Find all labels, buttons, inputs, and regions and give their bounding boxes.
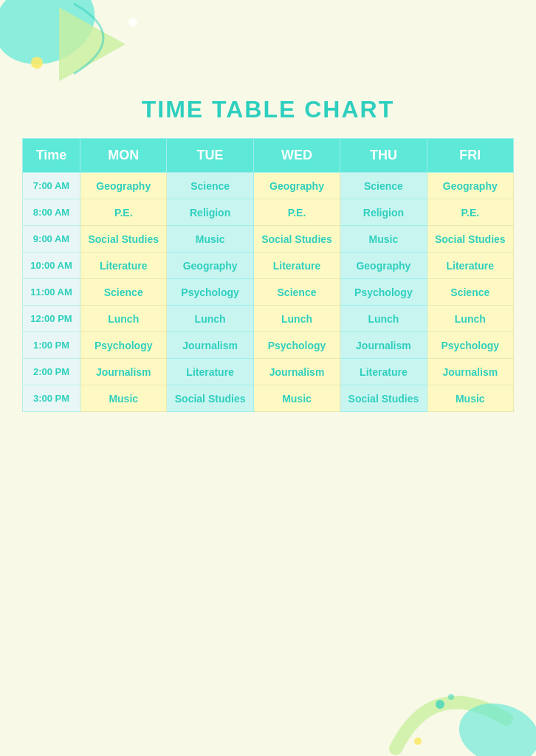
subject-cell: Religion (167, 199, 253, 226)
table-row: 8:00 AMP.E.ReligionP.E.ReligionP.E. (23, 199, 514, 226)
subject-cell: Psychology (167, 279, 253, 306)
table-row: 10:00 AMLiteratureGeographyLiteratureGeo… (23, 252, 514, 279)
subject-cell: Geography (253, 173, 340, 199)
subject-cell: Science (80, 279, 167, 306)
time-cell: 11:00 AM (23, 279, 80, 306)
header-row: Time MON TUE WED THU FRI (23, 139, 514, 173)
subject-cell: Geography (167, 252, 253, 279)
time-cell: 9:00 AM (23, 226, 80, 252)
subject-cell: Psychology (340, 279, 427, 306)
subject-cell: Literature (253, 252, 340, 279)
subject-cell: Science (167, 173, 253, 199)
subject-cell: Social Studies (167, 385, 253, 412)
col-header-tue: TUE (167, 139, 253, 173)
subject-cell: Psychology (427, 332, 513, 359)
subject-cell: Social Studies (80, 226, 167, 252)
table-row: 2:00 PMJournalismLiteratureJournalismLit… (23, 359, 514, 385)
time-cell: 8:00 AM (23, 199, 80, 226)
subject-cell: Music (427, 385, 513, 412)
subject-cell: Literature (80, 252, 167, 279)
subject-cell: Music (167, 226, 253, 252)
subject-cell: Journalism (340, 332, 427, 359)
subject-cell: Music (253, 385, 340, 412)
subject-cell: Science (253, 279, 340, 306)
table-row: 12:00 PMLunchLunchLunchLunchLunch (23, 306, 514, 332)
subject-cell: Geography (80, 173, 167, 199)
col-header-thu: THU (340, 139, 427, 173)
subject-cell: Science (340, 173, 427, 199)
subject-cell: P.E. (80, 199, 167, 226)
subject-cell: Geography (340, 252, 427, 279)
subject-cell: Literature (167, 359, 253, 385)
time-cell: 3:00 PM (23, 385, 80, 412)
time-cell: 10:00 AM (23, 252, 80, 279)
subject-cell: Lunch (253, 306, 340, 332)
subject-cell: Psychology (80, 332, 167, 359)
subject-cell: P.E. (253, 199, 340, 226)
main-content: TIME TABLE CHART Time MON TUE WED THU FR… (0, 0, 536, 441)
svg-point-5 (436, 700, 444, 709)
col-header-time: Time (23, 139, 80, 173)
col-header-fri: FRI (427, 139, 513, 173)
table-row: 1:00 PMPsychologyJournalismPsychologyJou… (23, 332, 514, 359)
table-row: 3:00 PMMusicSocial StudiesMusicSocial St… (23, 385, 514, 412)
subject-cell: Literature (427, 252, 513, 279)
subject-cell: Journalism (427, 359, 513, 385)
subject-cell: Psychology (253, 332, 340, 359)
table-row: 9:00 AMSocial StudiesMusicSocial Studies… (23, 226, 514, 252)
svg-point-7 (414, 738, 422, 745)
time-cell: 7:00 AM (23, 173, 80, 199)
subject-cell: Lunch (167, 306, 253, 332)
subject-cell: Social Studies (340, 385, 427, 412)
subject-cell: Journalism (167, 332, 253, 359)
subject-cell: Lunch (427, 306, 513, 332)
table-row: 11:00 AMSciencePsychologySciencePsycholo… (23, 279, 514, 306)
subject-cell: Lunch (340, 306, 427, 332)
subject-cell: Journalism (253, 359, 340, 385)
subject-cell: Geography (427, 173, 513, 199)
subject-cell: Lunch (80, 306, 167, 332)
subject-cell: Journalism (80, 359, 167, 385)
table-row: 7:00 AMGeographyScienceGeographyScienceG… (23, 173, 514, 199)
subject-cell: Religion (340, 199, 427, 226)
subject-cell: P.E. (427, 199, 513, 226)
subject-cell: Literature (340, 359, 427, 385)
page-title: TIME TABLE CHART (22, 96, 514, 123)
svg-point-6 (448, 694, 454, 700)
subject-cell: Science (427, 279, 513, 306)
subject-cell: Social Studies (427, 226, 513, 252)
subject-cell: Music (340, 226, 427, 252)
time-cell: 1:00 PM (23, 332, 80, 359)
timetable: Time MON TUE WED THU FRI 7:00 AMGeograph… (22, 138, 514, 412)
col-header-mon: MON (80, 139, 167, 173)
time-cell: 12:00 PM (23, 306, 80, 332)
col-header-wed: WED (253, 139, 340, 173)
subject-cell: Music (80, 385, 167, 412)
time-cell: 2:00 PM (23, 359, 80, 385)
subject-cell: Social Studies (253, 226, 340, 252)
